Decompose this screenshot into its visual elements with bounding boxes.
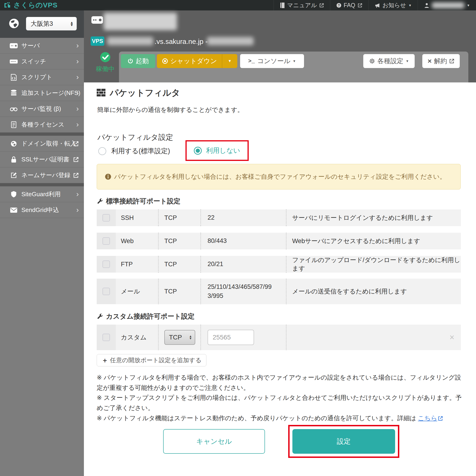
sakura-logo-icon: [4, 2, 11, 9]
sidebar-item-siteguard[interactable]: SiteGuard利用 ›: [0, 187, 84, 202]
sidebar-item-label: ドメイン取得・転入: [21, 139, 76, 148]
console-button[interactable]: >_ コンソール ▼: [240, 54, 304, 68]
server-icon: [10, 43, 18, 48]
sidebar-item-script[interactable]: スクリプト ›: [0, 69, 84, 85]
checkbox-cell: [97, 209, 116, 226]
brand-logo[interactable]: さくらのVPS: [4, 0, 58, 10]
sidebar-item-additional-storage[interactable]: 追加ストレージ(NFS) ›: [0, 85, 84, 101]
server-header: VPS .vs.sakura.ne.jp - 稼働中 起動 シャットダウン ▼ …: [84, 10, 476, 83]
manual-label: マニュアル: [287, 1, 317, 9]
sidebar-item-server[interactable]: サーバ ›: [0, 38, 84, 54]
mail-checkbox[interactable]: [103, 288, 110, 295]
ssh-checkbox[interactable]: [103, 214, 110, 221]
warning-box: パケットフィルタを利用しない場合には、お客様ご自身でファイアウォールのセキュリテ…: [97, 164, 461, 189]
region-select[interactable]: 大阪第3 ▲▼: [26, 17, 77, 30]
custom-checkbox[interactable]: [103, 334, 110, 341]
chevron-right-icon: ›: [76, 57, 79, 65]
brand-name: さくらのVPS: [14, 0, 58, 10]
port-protocol: TCP: [158, 209, 200, 226]
info-icon: [105, 173, 111, 180]
cancel-contract-button[interactable]: × 解約: [422, 54, 460, 68]
port-description: メールの送受信をするために利用します: [286, 279, 461, 304]
warning-text: パケットフィルタを利用しない場合には、お客様ご自身でファイアウォールのセキュリテ…: [114, 172, 446, 181]
script-icon: [10, 74, 18, 81]
select-arrows-icon: ▲▼: [189, 335, 192, 340]
shield-icon: [10, 191, 18, 198]
chevron-right-icon: ›: [76, 206, 79, 213]
custom-ports-heading-text: カスタム接続許可ポート設定: [106, 312, 195, 321]
external-link-icon[interactable]: [438, 416, 443, 421]
sidebar-item-label: SiteGuard利用: [21, 190, 61, 198]
port-name: SSH: [116, 209, 158, 226]
manual-menu-item[interactable]: マニュアル: [274, 0, 330, 10]
port-name: メール: [116, 279, 158, 304]
radio-not-use-label[interactable]: 利用しない: [206, 146, 240, 155]
faq-menu-item[interactable]: ? FAQ: [330, 0, 368, 10]
settings-label: 各種設定: [377, 57, 403, 66]
protocol-select[interactable]: TCP ▲▼: [164, 330, 195, 345]
port-numbers: 20/21: [208, 260, 223, 269]
region-select-value: 大阪第3: [31, 19, 53, 28]
custom-port-row: カスタム TCP ▲▼ ×: [97, 325, 461, 350]
sidebar-item-sendgrid[interactable]: SendGrid申込 ›: [0, 202, 84, 218]
redacted-server-title: [104, 13, 177, 30]
chevron-down-icon: ▼: [408, 3, 412, 7]
note-3-text: ※ パケットフィルタ機能はステートレス動作のため、予め戻りパケットのための通信を…: [97, 415, 418, 422]
shutdown-dropdown-button[interactable]: ▼: [222, 54, 237, 68]
close-icon: ×: [428, 58, 432, 65]
sidebar-item-switch[interactable]: スイッチ ›: [0, 54, 84, 69]
cancel-button[interactable]: キャンセル: [163, 429, 265, 454]
edit-icon: [10, 172, 18, 179]
sidebar-item-nameserver[interactable]: ネームサーバ登録: [0, 167, 84, 183]
start-button[interactable]: 起動: [121, 54, 155, 68]
add-port-button[interactable]: ＋ 任意の開放ポート設定を追加する: [97, 354, 206, 366]
news-menu-item[interactable]: お知らせ ▼: [368, 0, 418, 10]
remove-row-icon[interactable]: ×: [450, 325, 454, 350]
globe-icon: [10, 140, 18, 147]
radio-unselected-icon[interactable]: [98, 147, 106, 155]
sidebar-divider: [0, 183, 84, 187]
settings-button[interactable]: 各種設定 ▼: [363, 54, 415, 68]
shutdown-button[interactable]: シャットダウン: [157, 54, 222, 68]
port-numbers: 25/110/143/465/587/993/995: [208, 282, 274, 301]
user-icon: [424, 2, 430, 8]
sidebar-item-domain[interactable]: ドメイン取得・転入: [0, 136, 84, 152]
standard-ports-heading: 標準接続許可ポート設定: [97, 197, 180, 206]
wrench-icon: [97, 313, 103, 320]
port-protocol: TCP: [158, 279, 200, 304]
user-menu-item[interactable]: ▼: [418, 0, 476, 10]
custom-ports-heading: カスタム接続許可ポート設定: [97, 312, 195, 321]
sidebar-item-label: ネームサーバ登録: [21, 171, 70, 179]
port-numbers: 22: [208, 213, 215, 222]
protocol-cell: TCP ▲▼: [158, 325, 200, 350]
note-3: ※ パケットフィルタ機能はステートレス動作のため、予め戻りパケットのための通信を…: [97, 413, 463, 424]
sidebar-item-server-monitoring[interactable]: サーバ監視 (β) ›: [0, 101, 84, 117]
sidebar-item-label: SendGrid申込: [21, 206, 59, 214]
web-checkbox[interactable]: [103, 237, 110, 245]
submit-button[interactable]: 設定: [293, 429, 395, 454]
terminal-prompt-icon: >_: [248, 58, 255, 64]
port-protocol: TCP: [158, 256, 200, 272]
server-icon: [91, 16, 103, 24]
radio-selected-icon[interactable]: [194, 147, 202, 155]
faq-label: FAQ: [344, 2, 355, 9]
ftp-checkbox[interactable]: [103, 260, 110, 268]
start-label: 起動: [136, 57, 149, 66]
globe-icon: [8, 18, 19, 29]
sidebar-item-label: サーバ: [21, 42, 40, 50]
external-link-icon: [73, 172, 79, 178]
chevron-down-icon: ▼: [293, 59, 296, 63]
sidebar-item-licenses[interactable]: 各種ライセンス ›: [0, 117, 84, 133]
plus-icon: ＋: [102, 356, 108, 365]
external-link-icon: [73, 141, 79, 147]
external-link-icon: [449, 58, 454, 64]
chevron-down-icon: ▼: [467, 3, 470, 7]
vps-badge: VPS: [91, 36, 104, 46]
custom-port-input[interactable]: [208, 330, 254, 345]
redacted-username: [432, 2, 464, 8]
details-link[interactable]: こちら: [418, 415, 437, 422]
server-domain: .vs.sakura.ne.jp -: [155, 38, 208, 46]
sidebar-item-ssl-certificate[interactable]: SSLサーバ証明書: [0, 152, 84, 167]
select-arrows-icon: ▲▼: [70, 21, 73, 26]
radio-option-use[interactable]: 利用する(標準設定): [98, 147, 170, 156]
